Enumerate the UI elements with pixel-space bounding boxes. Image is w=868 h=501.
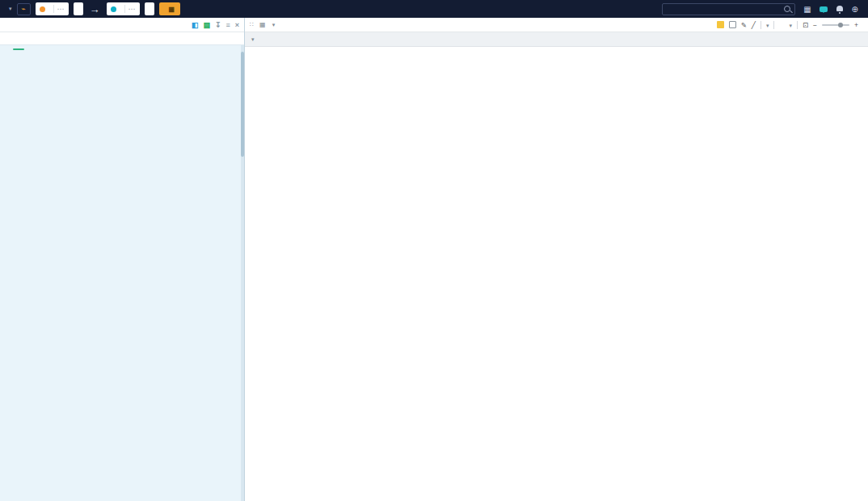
apps-grid-icon[interactable]: ▦ — [803, 5, 811, 14]
rect-outline-tool-icon[interactable] — [729, 21, 736, 28]
scrollbar-thumb[interactable] — [241, 52, 244, 157]
panel-scrollbar[interactable] — [241, 45, 244, 501]
topology-svg — [245, 47, 868, 501]
zoom-in-button[interactable]: + — [854, 21, 858, 29]
divider — [773, 21, 774, 29]
map-canvas-area: ∷ ▦ ▾ ✎ ╱ ▾ ▾ ⊡ − — [245, 18, 868, 501]
panel-header: ◧ ▤ ↧ ≡ × — [0, 18, 244, 32]
topbar-right: ▦ ⊕ — [662, 3, 862, 15]
drag-handle-icon[interactable]: ∷ — [250, 21, 253, 28]
topbar: ▾ ⌁ ⋯ → ⋯ ▦ ▦ ⊕ — [0, 0, 868, 18]
source-ip-input[interactable]: ⋯ — [36, 2, 69, 15]
topology-canvas[interactable] — [245, 47, 868, 501]
chevron-down-icon: ▾ — [766, 23, 769, 28]
zoom-out-button[interactable]: − — [813, 21, 817, 29]
search-input[interactable] — [667, 5, 772, 13]
source-port-input[interactable] — [74, 2, 83, 15]
unicast-row — [13, 48, 236, 50]
dest-ip-input[interactable]: ⋯ — [107, 2, 140, 15]
line-tool-icon[interactable]: ╱ — [752, 21, 756, 29]
search-box[interactable] — [662, 3, 795, 15]
source-more-icon[interactable]: ⋯ — [53, 5, 65, 13]
divider — [797, 21, 798, 29]
main-layout: ◧ ▤ ↧ ≡ × ∷ — [0, 18, 868, 501]
pencil-icon[interactable]: ✎ — [741, 21, 747, 29]
page-grid-icon[interactable]: ▦ — [259, 21, 266, 28]
rect-fill-tool-icon[interactable] — [717, 21, 724, 28]
map-toolbar: ▾ — [245, 32, 868, 47]
collapse-chevron-icon[interactable]: ▾ — [251, 36, 255, 43]
notifications-bell-icon[interactable] — [836, 6, 844, 13]
path-hops-list — [0, 45, 244, 501]
path-mode-select[interactable]: ▾ — [6, 6, 12, 12]
layout-icon[interactable]: ▤ — [203, 21, 210, 29]
page-chevron-icon[interactable]: ▾ — [272, 22, 276, 28]
map-tools-right: ✎ ╱ ▾ ▾ ⊡ − + — [717, 21, 863, 29]
app-window: ▾ ⌁ ⋯ → ⋯ ▦ ▦ ⊕ — [0, 0, 868, 501]
globe-icon: ⊕ — [852, 5, 858, 14]
zoom-slider-handle[interactable] — [838, 23, 843, 27]
highlight-icon[interactable]: ◧ — [192, 21, 199, 29]
dest-port-input[interactable] — [145, 2, 154, 15]
divider — [761, 21, 761, 29]
zoom-slider[interactable] — [822, 24, 849, 26]
chevron-down-icon: ▾ — [789, 23, 792, 28]
stencils-button[interactable]: ▾ — [766, 21, 769, 29]
path-status-bar — [0, 32, 244, 45]
chat-icon[interactable] — [820, 6, 828, 12]
close-icon[interactable]: × — [235, 21, 239, 29]
save-icon[interactable]: ↧ — [215, 21, 221, 29]
dest-more-icon[interactable]: ⋯ — [124, 5, 136, 13]
fit-view-icon[interactable]: ⊡ — [803, 21, 808, 29]
map-tab-row: ∷ ▦ ▾ ✎ ╱ ▾ ▾ ⊡ − — [245, 18, 868, 32]
unicast-badge — [13, 48, 24, 50]
arrow-right-icon: → — [90, 3, 100, 15]
actions-button[interactable]: ▾ — [789, 21, 792, 29]
path-result-panel: ◧ ▤ ↧ ≡ × — [0, 18, 245, 501]
snapshot-icon[interactable]: ⌁ — [17, 3, 31, 15]
search-icon[interactable] — [784, 6, 790, 12]
dest-dot-icon — [111, 6, 116, 12]
tenant-menu[interactable]: ⊕ — [852, 5, 862, 14]
source-dot-icon — [40, 6, 45, 12]
panel-header-icons: ◧ ▤ ↧ ≡ × — [192, 21, 239, 29]
menu-icon[interactable]: ≡ — [225, 21, 230, 29]
chevron-down-icon: ▾ — [9, 6, 12, 12]
path-button[interactable]: ▦ — [159, 2, 181, 15]
path-options-icon[interactable]: ▦ — [169, 6, 175, 13]
